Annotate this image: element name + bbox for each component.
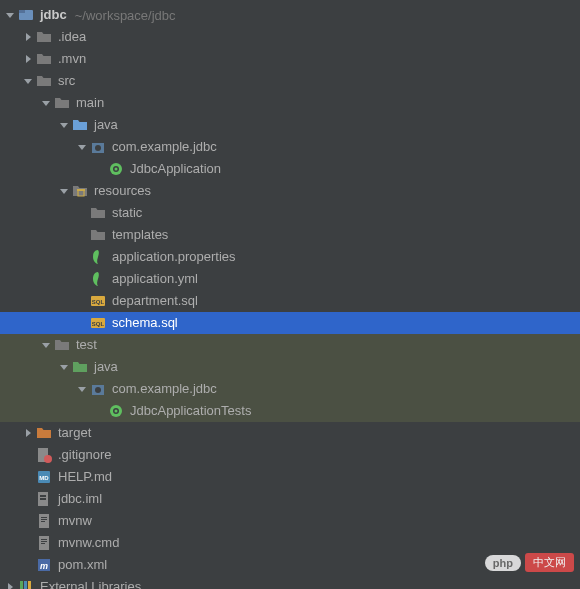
chevron-down-icon[interactable] xyxy=(76,383,88,395)
chevron-down-icon[interactable] xyxy=(58,361,70,373)
arrow-spacer xyxy=(22,559,34,571)
tree-row-mvnw[interactable]: mvnw xyxy=(0,510,580,532)
svg-rect-22 xyxy=(40,495,46,497)
chevron-down-icon[interactable] xyxy=(76,141,88,153)
tree-label: jdbc xyxy=(40,4,67,26)
path-suffix: ~/workspace/jdbc xyxy=(75,8,176,23)
svg-text:m: m xyxy=(40,561,48,571)
watermark: php 中文网 xyxy=(485,553,574,572)
chevron-down-icon[interactable] xyxy=(4,9,16,21)
package-icon xyxy=(90,139,106,155)
resources-folder-icon xyxy=(72,183,88,199)
folder-icon xyxy=(90,227,106,243)
tree-row-main-java[interactable]: java xyxy=(0,114,580,136)
arrow-spacer xyxy=(76,207,88,219)
tree-row-dept-sql[interactable]: SQLdepartment.sql xyxy=(0,290,580,312)
chevron-down-icon[interactable] xyxy=(40,339,52,351)
tree-row-main[interactable]: main xyxy=(0,92,580,114)
svg-text:SQL: SQL xyxy=(92,299,105,305)
folder-icon xyxy=(54,95,70,111)
tree-label: department.sql xyxy=(112,290,198,312)
spring-config-icon xyxy=(90,249,106,265)
test-folder-icon xyxy=(72,359,88,375)
tree-row-iml[interactable]: jdbc.iml xyxy=(0,488,580,510)
watermark-text: 中文网 xyxy=(525,553,574,572)
tree-row-idea[interactable]: .idea xyxy=(0,26,580,48)
chevron-down-icon[interactable] xyxy=(40,97,52,109)
svg-rect-30 xyxy=(41,541,47,542)
excluded-folder-icon xyxy=(36,425,52,441)
tree-row-test[interactable]: test xyxy=(0,334,580,356)
tree-label: External Libraries xyxy=(40,576,141,589)
svg-rect-35 xyxy=(24,581,27,589)
tree-row-src[interactable]: src xyxy=(0,70,580,92)
tree-label: resources xyxy=(94,180,151,202)
folder-icon xyxy=(90,205,106,221)
tree-row-help[interactable]: MDHELP.md xyxy=(0,466,580,488)
tree-label: .idea xyxy=(58,26,86,48)
file-icon xyxy=(36,513,52,529)
chevron-down-icon[interactable] xyxy=(22,75,34,87)
tree-row-mvn[interactable]: .mvn xyxy=(0,48,580,70)
svg-point-3 xyxy=(95,145,101,151)
spring-class-icon xyxy=(108,161,124,177)
tree-row-pkg-test[interactable]: com.example.jdbc xyxy=(0,378,580,400)
project-tree[interactable]: jdbc~/workspace/jdbc.idea.mvnsrcmainjava… xyxy=(0,0,580,589)
tree-row-app[interactable]: JdbcApplication xyxy=(0,158,580,180)
svg-point-16 xyxy=(115,410,118,413)
tree-label: src xyxy=(58,70,75,92)
arrow-spacer xyxy=(22,537,34,549)
tree-row-pkg-main[interactable]: com.example.jdbc xyxy=(0,136,580,158)
svg-rect-26 xyxy=(41,519,47,520)
tree-row-static[interactable]: static xyxy=(0,202,580,224)
tree-row-resources[interactable]: resources xyxy=(0,180,580,202)
tree-row-target[interactable]: target xyxy=(0,422,580,444)
tree-label: application.properties xyxy=(112,246,236,268)
svg-point-13 xyxy=(95,387,101,393)
tree-label: test xyxy=(76,334,97,356)
tree-label: pom.xml xyxy=(58,554,107,576)
chevron-right-icon[interactable] xyxy=(22,31,34,43)
chevron-right-icon[interactable] xyxy=(22,53,34,65)
tree-row-gitignore[interactable]: .gitignore xyxy=(0,444,580,466)
tree-label: com.example.jdbc xyxy=(112,378,217,400)
chevron-right-icon[interactable] xyxy=(22,427,34,439)
maven-icon: m xyxy=(36,557,52,573)
libraries-icon xyxy=(18,579,34,589)
tree-label: .mvn xyxy=(58,48,86,70)
watermark-brand: php xyxy=(485,555,521,571)
file-icon xyxy=(36,535,52,551)
tree-label: templates xyxy=(112,224,168,246)
folder-icon xyxy=(36,51,52,67)
tree-label: mvnw xyxy=(58,510,92,532)
chevron-down-icon[interactable] xyxy=(58,119,70,131)
tree-row-app-props[interactable]: application.properties xyxy=(0,246,580,268)
md-icon: MD xyxy=(36,469,52,485)
arrow-spacer xyxy=(22,449,34,461)
tree-row-templates[interactable]: templates xyxy=(0,224,580,246)
tree-row-schema-sql[interactable]: SQLschema.sql xyxy=(0,312,580,334)
tree-label: application.yml xyxy=(112,268,198,290)
chevron-down-icon[interactable] xyxy=(58,185,70,197)
arrow-spacer xyxy=(76,229,88,241)
folder-icon xyxy=(54,337,70,353)
tree-label: java xyxy=(94,114,118,136)
svg-rect-27 xyxy=(41,521,45,522)
tree-label: com.example.jdbc xyxy=(112,136,217,158)
tree-row-test-java[interactable]: java xyxy=(0,356,580,378)
tree-row-tests[interactable]: JdbcApplicationTests xyxy=(0,400,580,422)
folder-icon xyxy=(36,73,52,89)
tree-row-mvnw-cmd[interactable]: mvnw.cmd xyxy=(0,532,580,554)
tree-row-ext-lib[interactable]: External Libraries xyxy=(0,576,580,589)
tree-row-app-yml[interactable]: application.yml xyxy=(0,268,580,290)
spring-config-icon xyxy=(90,271,106,287)
svg-point-18 xyxy=(44,455,52,463)
chevron-right-icon[interactable] xyxy=(4,581,16,589)
tree-label: target xyxy=(58,422,91,444)
tree-row-root[interactable]: jdbc~/workspace/jdbc xyxy=(0,4,580,26)
sql-icon: SQL xyxy=(90,315,106,331)
gitignore-icon xyxy=(36,447,52,463)
arrow-spacer xyxy=(76,273,88,285)
svg-rect-36 xyxy=(28,581,31,589)
svg-point-6 xyxy=(115,168,118,171)
